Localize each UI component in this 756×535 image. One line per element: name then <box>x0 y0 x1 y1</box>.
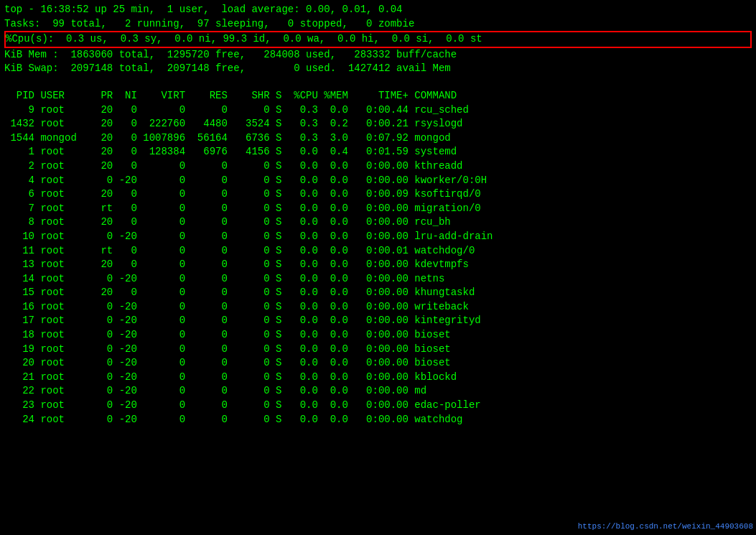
process-list: 9 root 20 0 0 0 0 S 0.3 0.0 0:00.44 rcu_… <box>4 103 752 427</box>
table-row: 16 root 0 -20 0 0 0 S 0.0 0.0 0:00.00 wr… <box>4 300 752 315</box>
cpu-line-wrapper: %Cpu(s): 0.3 us, 0.3 sy, 0.0 ni, 99.3 id… <box>4 31 752 48</box>
table-row: 6 root 20 0 0 0 0 S 0.0 0.0 0:00.09 ksof… <box>4 187 752 202</box>
table-row: 24 root 0 -20 0 0 0 S 0.0 0.0 0:00.00 wa… <box>4 413 752 427</box>
table-row: 14 root 0 -20 0 0 0 S 0.0 0.0 0:00.00 ne… <box>4 272 752 287</box>
table-row: 1432 root 20 0 222760 4480 3524 S 0.3 0.… <box>4 117 752 131</box>
table-row: 22 root 0 -20 0 0 0 S 0.0 0.0 0:00.00 md <box>4 384 752 399</box>
table-row: 19 root 0 -20 0 0 0 S 0.0 0.0 0:00.00 bi… <box>4 343 752 357</box>
watermark: https://blog.csdn.net/weixin_44903608 <box>578 521 753 532</box>
swap-line: KiB Swap: 2097148 total, 2097148 free, 0… <box>4 62 752 76</box>
table-row: 20 root 0 -20 0 0 0 S 0.0 0.0 0:00.00 bi… <box>4 356 752 371</box>
blank-line <box>4 76 752 86</box>
table-row: 4 root 0 -20 0 0 0 S 0.0 0.0 0:00.00 kwo… <box>4 174 752 188</box>
header-line1: top - 16:38:52 up 25 min, 1 user, load a… <box>4 3 752 17</box>
table-row: 21 root 0 -20 0 0 0 S 0.0 0.0 0:00.00 kb… <box>4 371 752 385</box>
table-row: 8 root 20 0 0 0 0 S 0.0 0.0 0:00.00 rcu_… <box>4 215 752 230</box>
table-row: 7 root rt 0 0 0 0 S 0.0 0.0 0:00.00 migr… <box>4 202 752 216</box>
table-row: 15 root 20 0 0 0 0 S 0.0 0.0 0:00.00 khu… <box>4 286 752 300</box>
table-row: 2 root 20 0 0 0 0 S 0.0 0.0 0:00.00 kthr… <box>4 159 752 174</box>
table-row: 1 root 20 0 128384 6976 4156 S 0.0 0.4 0… <box>4 145 752 159</box>
terminal: top - 16:38:52 up 25 min, 1 user, load a… <box>4 3 752 427</box>
mem-line: KiB Mem : 1863060 total, 1295720 free, 2… <box>4 48 752 62</box>
column-header: PID USER PR NI VIRT RES SHR S %CPU %MEM … <box>4 89 752 103</box>
table-row: 13 root 20 0 0 0 0 S 0.0 0.0 0:00.00 kde… <box>4 258 752 272</box>
table-row: 1544 mongod 20 0 1007896 56164 6736 S 0.… <box>4 131 752 146</box>
cpu-line: %Cpu(s): 0.3 us, 0.3 sy, 0.0 ni, 99.3 id… <box>6 32 750 47</box>
table-row: 10 root 0 -20 0 0 0 S 0.0 0.0 0:00.00 lr… <box>4 230 752 244</box>
table-row: 18 root 0 -20 0 0 0 S 0.0 0.0 0:00.00 bi… <box>4 328 752 343</box>
table-row: 17 root 0 -20 0 0 0 S 0.0 0.0 0:00.00 ki… <box>4 314 752 328</box>
table-row: 23 root 0 -20 0 0 0 S 0.0 0.0 0:00.00 ed… <box>4 399 752 413</box>
table-row: 11 root rt 0 0 0 0 S 0.0 0.0 0:00.01 wat… <box>4 244 752 259</box>
table-row: 9 root 20 0 0 0 0 S 0.3 0.0 0:00.44 rcu_… <box>4 103 752 118</box>
header-line2: Tasks: 99 total, 2 running, 97 sleeping,… <box>4 17 752 32</box>
